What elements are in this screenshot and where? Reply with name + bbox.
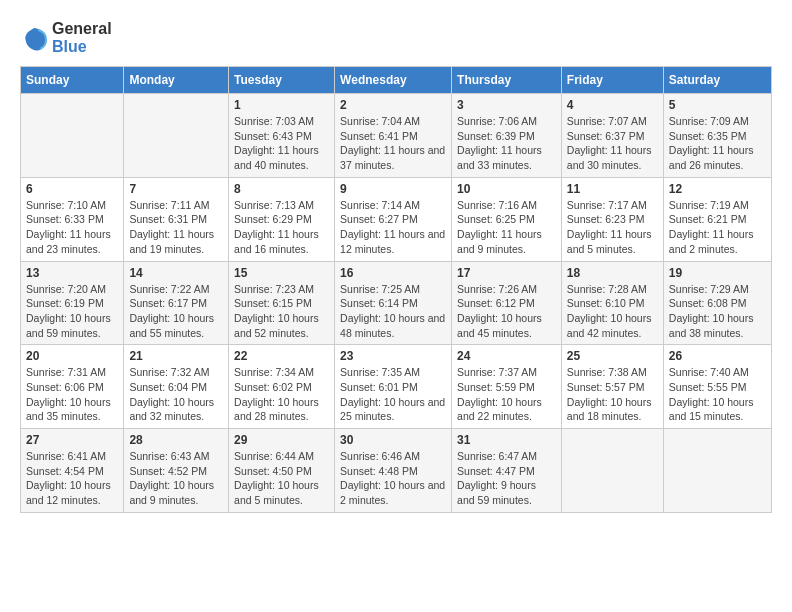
day-number: 19 (669, 266, 766, 280)
column-header-friday: Friday (561, 67, 663, 94)
day-cell: 9Sunrise: 7:14 AMSunset: 6:27 PMDaylight… (335, 177, 452, 261)
week-row-1: 1Sunrise: 7:03 AMSunset: 6:43 PMDaylight… (21, 94, 772, 178)
day-info: Sunrise: 7:13 AMSunset: 6:29 PMDaylight:… (234, 198, 329, 257)
day-number: 25 (567, 349, 658, 363)
day-info: Sunrise: 7:14 AMSunset: 6:27 PMDaylight:… (340, 198, 446, 257)
day-cell (21, 94, 124, 178)
day-number: 20 (26, 349, 118, 363)
day-number: 18 (567, 266, 658, 280)
day-cell: 18Sunrise: 7:28 AMSunset: 6:10 PMDayligh… (561, 261, 663, 345)
day-info: Sunrise: 7:38 AMSunset: 5:57 PMDaylight:… (567, 365, 658, 424)
day-info: Sunrise: 6:41 AMSunset: 4:54 PMDaylight:… (26, 449, 118, 508)
day-info: Sunrise: 7:17 AMSunset: 6:23 PMDaylight:… (567, 198, 658, 257)
day-info: Sunrise: 7:04 AMSunset: 6:41 PMDaylight:… (340, 114, 446, 173)
day-cell: 23Sunrise: 7:35 AMSunset: 6:01 PMDayligh… (335, 345, 452, 429)
day-info: Sunrise: 6:47 AMSunset: 4:47 PMDaylight:… (457, 449, 556, 508)
day-cell: 13Sunrise: 7:20 AMSunset: 6:19 PMDayligh… (21, 261, 124, 345)
day-info: Sunrise: 7:09 AMSunset: 6:35 PMDaylight:… (669, 114, 766, 173)
day-cell: 31Sunrise: 6:47 AMSunset: 4:47 PMDayligh… (452, 429, 562, 513)
day-info: Sunrise: 7:25 AMSunset: 6:14 PMDaylight:… (340, 282, 446, 341)
day-cell: 10Sunrise: 7:16 AMSunset: 6:25 PMDayligh… (452, 177, 562, 261)
column-header-sunday: Sunday (21, 67, 124, 94)
day-number: 11 (567, 182, 658, 196)
day-number: 22 (234, 349, 329, 363)
day-cell: 15Sunrise: 7:23 AMSunset: 6:15 PMDayligh… (229, 261, 335, 345)
page-header: General Blue (20, 20, 772, 56)
day-number: 28 (129, 433, 223, 447)
day-info: Sunrise: 7:03 AMSunset: 6:43 PMDaylight:… (234, 114, 329, 173)
week-row-3: 13Sunrise: 7:20 AMSunset: 6:19 PMDayligh… (21, 261, 772, 345)
week-row-5: 27Sunrise: 6:41 AMSunset: 4:54 PMDayligh… (21, 429, 772, 513)
day-cell (124, 94, 229, 178)
day-info: Sunrise: 7:20 AMSunset: 6:19 PMDaylight:… (26, 282, 118, 341)
day-info: Sunrise: 7:31 AMSunset: 6:06 PMDaylight:… (26, 365, 118, 424)
day-number: 16 (340, 266, 446, 280)
day-number: 24 (457, 349, 556, 363)
day-cell: 5Sunrise: 7:09 AMSunset: 6:35 PMDaylight… (663, 94, 771, 178)
day-cell: 27Sunrise: 6:41 AMSunset: 4:54 PMDayligh… (21, 429, 124, 513)
day-cell: 24Sunrise: 7:37 AMSunset: 5:59 PMDayligh… (452, 345, 562, 429)
day-info: Sunrise: 7:23 AMSunset: 6:15 PMDaylight:… (234, 282, 329, 341)
week-row-4: 20Sunrise: 7:31 AMSunset: 6:06 PMDayligh… (21, 345, 772, 429)
day-cell: 11Sunrise: 7:17 AMSunset: 6:23 PMDayligh… (561, 177, 663, 261)
day-info: Sunrise: 7:28 AMSunset: 6:10 PMDaylight:… (567, 282, 658, 341)
day-cell: 30Sunrise: 6:46 AMSunset: 4:48 PMDayligh… (335, 429, 452, 513)
day-cell: 25Sunrise: 7:38 AMSunset: 5:57 PMDayligh… (561, 345, 663, 429)
day-number: 8 (234, 182, 329, 196)
day-cell: 26Sunrise: 7:40 AMSunset: 5:55 PMDayligh… (663, 345, 771, 429)
calendar-body: 1Sunrise: 7:03 AMSunset: 6:43 PMDaylight… (21, 94, 772, 513)
day-cell: 12Sunrise: 7:19 AMSunset: 6:21 PMDayligh… (663, 177, 771, 261)
day-info: Sunrise: 7:35 AMSunset: 6:01 PMDaylight:… (340, 365, 446, 424)
day-cell: 19Sunrise: 7:29 AMSunset: 6:08 PMDayligh… (663, 261, 771, 345)
day-number: 14 (129, 266, 223, 280)
day-cell (561, 429, 663, 513)
day-info: Sunrise: 6:44 AMSunset: 4:50 PMDaylight:… (234, 449, 329, 508)
column-header-wednesday: Wednesday (335, 67, 452, 94)
day-number: 29 (234, 433, 329, 447)
week-row-2: 6Sunrise: 7:10 AMSunset: 6:33 PMDaylight… (21, 177, 772, 261)
logo: General Blue (20, 20, 112, 56)
day-info: Sunrise: 6:46 AMSunset: 4:48 PMDaylight:… (340, 449, 446, 508)
day-number: 21 (129, 349, 223, 363)
day-number: 1 (234, 98, 329, 112)
day-number: 3 (457, 98, 556, 112)
day-info: Sunrise: 7:07 AMSunset: 6:37 PMDaylight:… (567, 114, 658, 173)
day-number: 5 (669, 98, 766, 112)
day-info: Sunrise: 7:26 AMSunset: 6:12 PMDaylight:… (457, 282, 556, 341)
day-cell: 20Sunrise: 7:31 AMSunset: 6:06 PMDayligh… (21, 345, 124, 429)
day-info: Sunrise: 7:37 AMSunset: 5:59 PMDaylight:… (457, 365, 556, 424)
day-info: Sunrise: 7:34 AMSunset: 6:02 PMDaylight:… (234, 365, 329, 424)
day-info: Sunrise: 7:16 AMSunset: 6:25 PMDaylight:… (457, 198, 556, 257)
day-cell: 14Sunrise: 7:22 AMSunset: 6:17 PMDayligh… (124, 261, 229, 345)
day-number: 27 (26, 433, 118, 447)
day-info: Sunrise: 7:19 AMSunset: 6:21 PMDaylight:… (669, 198, 766, 257)
column-header-monday: Monday (124, 67, 229, 94)
day-info: Sunrise: 7:40 AMSunset: 5:55 PMDaylight:… (669, 365, 766, 424)
day-cell: 17Sunrise: 7:26 AMSunset: 6:12 PMDayligh… (452, 261, 562, 345)
day-info: Sunrise: 7:11 AMSunset: 6:31 PMDaylight:… (129, 198, 223, 257)
day-number: 7 (129, 182, 223, 196)
day-info: Sunrise: 7:29 AMSunset: 6:08 PMDaylight:… (669, 282, 766, 341)
day-number: 2 (340, 98, 446, 112)
day-number: 23 (340, 349, 446, 363)
day-info: Sunrise: 7:22 AMSunset: 6:17 PMDaylight:… (129, 282, 223, 341)
day-cell (663, 429, 771, 513)
day-number: 17 (457, 266, 556, 280)
day-cell: 28Sunrise: 6:43 AMSunset: 4:52 PMDayligh… (124, 429, 229, 513)
day-cell: 4Sunrise: 7:07 AMSunset: 6:37 PMDaylight… (561, 94, 663, 178)
day-number: 26 (669, 349, 766, 363)
day-info: Sunrise: 7:32 AMSunset: 6:04 PMDaylight:… (129, 365, 223, 424)
day-number: 31 (457, 433, 556, 447)
day-number: 9 (340, 182, 446, 196)
day-cell: 29Sunrise: 6:44 AMSunset: 4:50 PMDayligh… (229, 429, 335, 513)
day-number: 6 (26, 182, 118, 196)
day-cell: 22Sunrise: 7:34 AMSunset: 6:02 PMDayligh… (229, 345, 335, 429)
column-header-thursday: Thursday (452, 67, 562, 94)
day-cell: 16Sunrise: 7:25 AMSunset: 6:14 PMDayligh… (335, 261, 452, 345)
day-cell: 7Sunrise: 7:11 AMSunset: 6:31 PMDaylight… (124, 177, 229, 261)
logo-icon (20, 24, 48, 52)
day-number: 30 (340, 433, 446, 447)
day-number: 4 (567, 98, 658, 112)
logo-blue: Blue (52, 38, 87, 55)
day-cell: 8Sunrise: 7:13 AMSunset: 6:29 PMDaylight… (229, 177, 335, 261)
